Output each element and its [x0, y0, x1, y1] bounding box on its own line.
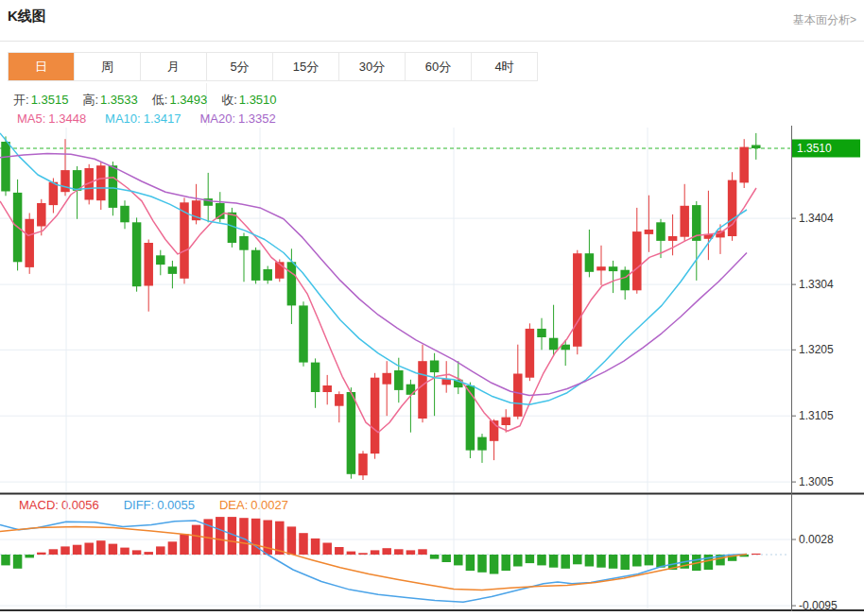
candle-body — [1, 142, 10, 192]
macd-bar — [382, 548, 391, 555]
fundamental-analysis-link[interactable]: 基本面分析> — [793, 12, 856, 28]
chart-bottom-border — [0, 609, 864, 611]
high-label: 高: — [82, 92, 98, 109]
macd-bar — [144, 552, 153, 555]
close-pair: 收:1.3510 — [221, 92, 276, 109]
candle-body — [645, 230, 654, 234]
candle-body — [632, 231, 642, 290]
candle-body — [501, 418, 510, 425]
candle-body — [430, 361, 440, 373]
ma20-label: MA20: — [199, 111, 235, 126]
macd-bar — [561, 555, 570, 569]
tab-15min[interactable]: 15分 — [273, 53, 339, 80]
candle-body — [406, 385, 416, 395]
candle-body — [537, 329, 546, 337]
ma10-label: MA10: — [105, 111, 141, 126]
ma10-pair: MA10:1.3417 — [105, 111, 181, 126]
candle-body — [477, 437, 487, 451]
price-axis-label: 1.3304 — [799, 278, 834, 291]
price-axis-label: 1.3105 — [799, 409, 834, 422]
macd-bar — [620, 555, 630, 570]
candle-body — [394, 370, 404, 390]
candle-body — [347, 392, 356, 474]
macd-bar — [454, 555, 463, 565]
candle-body — [596, 266, 606, 270]
low-pair: 低:1.3493 — [152, 92, 207, 109]
macd-bar — [501, 555, 510, 571]
candle-body — [96, 165, 106, 200]
candle-body — [49, 182, 59, 205]
candle-body — [752, 145, 761, 149]
candle-body — [299, 305, 308, 362]
macd-bar — [441, 555, 451, 562]
ma10-value: 1.3417 — [144, 111, 181, 126]
macd-bar — [490, 555, 499, 574]
candle-body — [549, 338, 559, 351]
candle-body — [382, 373, 391, 385]
macd-bar — [371, 550, 380, 555]
macd-bar — [430, 555, 440, 559]
candle-body — [526, 329, 535, 378]
macd-bar — [573, 555, 582, 564]
candle-body — [371, 378, 380, 453]
candle-body — [656, 222, 665, 241]
tab-30min[interactable]: 30分 — [339, 53, 406, 80]
price-axis-label: 1.3205 — [799, 343, 834, 356]
ma5-value: 1.3448 — [48, 111, 86, 126]
tab-day[interactable]: 日 — [9, 53, 75, 80]
candle-body — [335, 394, 344, 406]
open-value: 1.3515 — [31, 93, 69, 107]
candle-body — [144, 243, 153, 286]
ohlc-readout: 开:1.3515 高:1.3533 低:1.3493 收:1.3510 — [13, 92, 277, 109]
ma5-pair: MA5:1.3448 — [17, 111, 86, 126]
price-axis-label: 1.3005 — [799, 475, 834, 488]
candle-body — [109, 165, 118, 208]
macd-bar — [311, 539, 320, 555]
macd-bar — [358, 553, 368, 555]
candle-body — [251, 250, 261, 281]
panel-divider — [0, 493, 864, 495]
candle-body — [466, 385, 475, 451]
macd-bar — [513, 555, 523, 567]
macd-bar — [347, 552, 356, 555]
title-divider — [0, 41, 864, 42]
macd-bar — [37, 553, 46, 555]
macd-bar — [394, 549, 404, 555]
tab-60min[interactable]: 60分 — [406, 53, 472, 80]
candle-body — [37, 203, 46, 227]
candle-body — [60, 170, 70, 192]
candle-body — [322, 385, 332, 392]
macd-bar — [335, 547, 344, 555]
candle-body — [311, 363, 320, 392]
candle-body — [120, 206, 130, 223]
page-title: K线图 — [8, 8, 46, 26]
candle-body — [132, 222, 142, 286]
close-value: 1.3510 — [239, 93, 277, 107]
macd-bar — [1, 555, 10, 565]
close-label: 收: — [221, 92, 237, 109]
price-axis-label: 1.3404 — [799, 212, 834, 225]
tab-month[interactable]: 月 — [141, 53, 207, 80]
tab-4hour[interactable]: 4时 — [472, 53, 537, 80]
candle-body — [263, 269, 272, 281]
tab-5min[interactable]: 5分 — [207, 53, 273, 80]
tab-week[interactable]: 周 — [75, 53, 141, 80]
macd-bar — [526, 555, 535, 563]
kline-chart-canvas[interactable]: 1.34041.33041.32051.31051.30050.0028-0.0… — [0, 126, 864, 616]
macd-bar — [168, 541, 178, 555]
macd-bar — [406, 550, 416, 555]
macd-bar — [49, 549, 59, 555]
low-label: 低: — [152, 92, 168, 109]
candle-body — [739, 147, 749, 183]
candle-body — [573, 253, 582, 347]
macd-bar — [418, 549, 427, 555]
macd-bar — [25, 555, 34, 557]
candle-body — [513, 374, 523, 417]
macd-bar — [596, 555, 606, 568]
macd-bar — [180, 534, 189, 555]
macd-bar — [13, 555, 23, 569]
macd-bar — [299, 533, 308, 555]
macd-bar — [549, 555, 559, 568]
macd-bar — [537, 555, 546, 565]
candle-body — [728, 180, 737, 236]
